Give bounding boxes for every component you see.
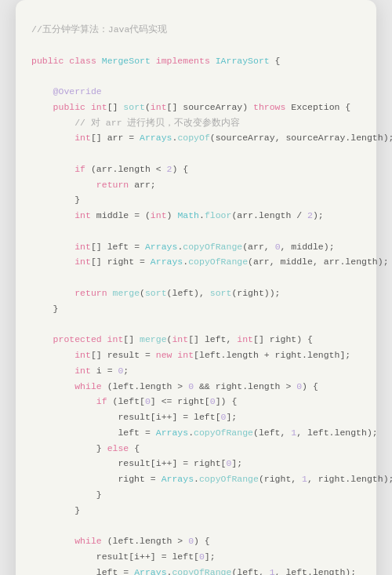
- code-content: //五分钟学算法：Java代码实现 public class MergeSort…: [31, 22, 354, 575]
- code-card: //五分钟学算法：Java代码实现 public class MergeSort…: [16, 0, 376, 575]
